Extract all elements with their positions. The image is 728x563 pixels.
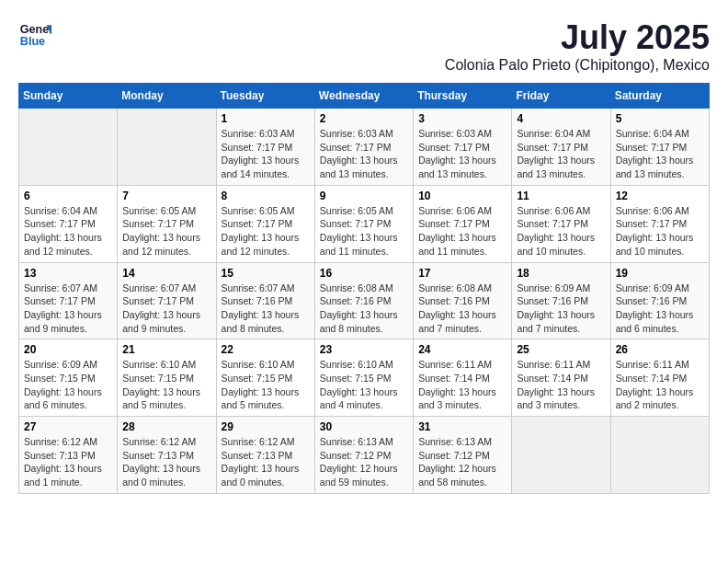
logo-icon: General Blue — [18, 18, 51, 52]
day-number: 22 — [222, 343, 310, 356]
day-detail: Sunrise: 6:03 AM Sunset: 7:17 PM Dayligh… — [320, 127, 408, 181]
day-detail: Sunrise: 6:06 AM Sunset: 7:17 PM Dayligh… — [616, 204, 704, 259]
calendar-cell — [610, 417, 709, 494]
day-number: 6 — [24, 190, 112, 202]
day-detail: Sunrise: 6:12 AM Sunset: 7:13 PM Dayligh… — [24, 435, 112, 489]
calendar-cell: 5Sunrise: 6:04 AM Sunset: 7:17 PM Daylig… — [610, 109, 709, 186]
day-header-sunday: Sunday — [19, 84, 118, 109]
day-detail: Sunrise: 6:06 AM Sunset: 7:17 PM Dayligh… — [418, 204, 506, 259]
calendar-cell: 3Sunrise: 6:03 AM Sunset: 7:17 PM Daylig… — [414, 109, 512, 186]
day-number: 26 — [616, 343, 704, 356]
day-detail: Sunrise: 6:07 AM Sunset: 7:16 PM Dayligh… — [222, 282, 310, 336]
day-header-saturday: Saturday — [610, 84, 709, 109]
calendar-cell: 26Sunrise: 6:11 AM Sunset: 7:14 PM Dayli… — [610, 339, 709, 417]
day-number: 29 — [222, 420, 310, 433]
calendar-cell: 21Sunrise: 6:10 AM Sunset: 7:15 PM Dayli… — [118, 339, 216, 417]
calendar-cell: 14Sunrise: 6:07 AM Sunset: 7:17 PM Dayli… — [118, 262, 216, 339]
page-subtitle: Colonia Palo Prieto (Chipitongo), Mexico — [445, 57, 710, 74]
day-number: 23 — [320, 343, 408, 356]
calendar-week-4: 20Sunrise: 6:09 AM Sunset: 7:15 PM Dayli… — [19, 339, 710, 417]
day-number: 20 — [24, 343, 112, 356]
day-header-thursday: Thursday — [414, 84, 512, 109]
calendar-cell: 1Sunrise: 6:03 AM Sunset: 7:17 PM Daylig… — [216, 109, 314, 186]
calendar-cell: 23Sunrise: 6:10 AM Sunset: 7:15 PM Dayli… — [314, 339, 413, 417]
day-header-wednesday: Wednesday — [314, 84, 413, 109]
calendar-cell: 12Sunrise: 6:06 AM Sunset: 7:17 PM Dayli… — [610, 185, 709, 262]
calendar-cell: 22Sunrise: 6:10 AM Sunset: 7:15 PM Dayli… — [216, 339, 314, 417]
day-detail: Sunrise: 6:08 AM Sunset: 7:16 PM Dayligh… — [320, 282, 408, 336]
calendar-body: 1Sunrise: 6:03 AM Sunset: 7:17 PM Daylig… — [19, 109, 710, 494]
calendar-cell: 19Sunrise: 6:09 AM Sunset: 7:16 PM Dayli… — [610, 262, 709, 339]
day-detail: Sunrise: 6:06 AM Sunset: 7:17 PM Dayligh… — [517, 204, 605, 259]
calendar-cell — [118, 109, 216, 186]
day-detail: Sunrise: 6:12 AM Sunset: 7:13 PM Dayligh… — [122, 435, 210, 489]
day-detail: Sunrise: 6:08 AM Sunset: 7:16 PM Dayligh… — [418, 282, 506, 336]
day-number: 25 — [517, 343, 605, 356]
day-header-monday: Monday — [118, 84, 216, 109]
day-number: 17 — [418, 267, 506, 280]
day-detail: Sunrise: 6:11 AM Sunset: 7:14 PM Dayligh… — [418, 358, 506, 412]
calendar-cell: 17Sunrise: 6:08 AM Sunset: 7:16 PM Dayli… — [414, 262, 512, 339]
day-detail: Sunrise: 6:05 AM Sunset: 7:17 PM Dayligh… — [122, 204, 210, 259]
calendar-week-2: 6Sunrise: 6:04 AM Sunset: 7:17 PM Daylig… — [19, 185, 710, 262]
calendar-cell: 4Sunrise: 6:04 AM Sunset: 7:17 PM Daylig… — [512, 109, 610, 186]
day-number: 7 — [122, 190, 210, 202]
calendar-cell: 9Sunrise: 6:05 AM Sunset: 7:17 PM Daylig… — [314, 185, 413, 262]
day-detail: Sunrise: 6:07 AM Sunset: 7:17 PM Dayligh… — [122, 282, 210, 336]
day-detail: Sunrise: 6:05 AM Sunset: 7:17 PM Dayligh… — [222, 204, 310, 259]
day-detail: Sunrise: 6:12 AM Sunset: 7:13 PM Dayligh… — [222, 435, 310, 489]
calendar-cell: 29Sunrise: 6:12 AM Sunset: 7:13 PM Dayli… — [216, 417, 314, 494]
day-detail: Sunrise: 6:10 AM Sunset: 7:15 PM Dayligh… — [320, 358, 408, 412]
day-detail: Sunrise: 6:04 AM Sunset: 7:17 PM Dayligh… — [616, 127, 704, 181]
calendar-cell: 7Sunrise: 6:05 AM Sunset: 7:17 PM Daylig… — [118, 185, 216, 262]
day-number: 16 — [320, 267, 408, 280]
calendar-header: SundayMondayTuesdayWednesdayThursdayFrid… — [19, 84, 710, 109]
day-number: 8 — [222, 190, 310, 202]
calendar-cell: 8Sunrise: 6:05 AM Sunset: 7:17 PM Daylig… — [216, 185, 314, 262]
day-detail: Sunrise: 6:09 AM Sunset: 7:16 PM Dayligh… — [517, 282, 605, 336]
calendar-cell: 25Sunrise: 6:11 AM Sunset: 7:14 PM Dayli… — [512, 339, 610, 417]
calendar-cell: 15Sunrise: 6:07 AM Sunset: 7:16 PM Dayli… — [216, 262, 314, 339]
day-number: 14 — [122, 267, 210, 280]
title-area: July 2025 Colonia Palo Prieto (Chipitong… — [445, 18, 710, 74]
day-detail: Sunrise: 6:04 AM Sunset: 7:17 PM Dayligh… — [24, 204, 112, 259]
calendar-cell: 13Sunrise: 6:07 AM Sunset: 7:17 PM Dayli… — [19, 262, 118, 339]
day-number: 10 — [418, 190, 506, 202]
calendar-cell: 10Sunrise: 6:06 AM Sunset: 7:17 PM Dayli… — [414, 185, 512, 262]
day-number: 13 — [24, 267, 112, 280]
calendar-week-3: 13Sunrise: 6:07 AM Sunset: 7:17 PM Dayli… — [19, 262, 710, 339]
day-number: 2 — [320, 112, 408, 125]
calendar-cell: 16Sunrise: 6:08 AM Sunset: 7:16 PM Dayli… — [314, 262, 413, 339]
day-detail: Sunrise: 6:09 AM Sunset: 7:16 PM Dayligh… — [616, 282, 704, 336]
day-number: 4 — [517, 112, 605, 125]
day-detail: Sunrise: 6:04 AM Sunset: 7:17 PM Dayligh… — [517, 127, 605, 181]
day-number: 12 — [616, 190, 704, 202]
calendar-cell — [19, 109, 118, 186]
day-header-friday: Friday — [512, 84, 610, 109]
day-detail: Sunrise: 6:03 AM Sunset: 7:17 PM Dayligh… — [418, 127, 506, 181]
day-number: 11 — [517, 190, 605, 202]
day-number: 19 — [616, 267, 704, 280]
day-number: 15 — [222, 267, 310, 280]
calendar-week-1: 1Sunrise: 6:03 AM Sunset: 7:17 PM Daylig… — [19, 109, 710, 186]
day-number: 18 — [517, 267, 605, 280]
day-header-tuesday: Tuesday — [216, 84, 314, 109]
svg-text:Blue: Blue — [20, 35, 45, 48]
day-detail: Sunrise: 6:10 AM Sunset: 7:15 PM Dayligh… — [222, 358, 310, 412]
calendar-week-5: 27Sunrise: 6:12 AM Sunset: 7:13 PM Dayli… — [19, 417, 710, 494]
calendar-table: SundayMondayTuesdayWednesdayThursdayFrid… — [18, 83, 710, 494]
calendar-cell: 20Sunrise: 6:09 AM Sunset: 7:15 PM Dayli… — [19, 339, 118, 417]
day-detail: Sunrise: 6:13 AM Sunset: 7:12 PM Dayligh… — [418, 435, 506, 489]
calendar-cell: 27Sunrise: 6:12 AM Sunset: 7:13 PM Dayli… — [19, 417, 118, 494]
day-number: 30 — [320, 420, 408, 433]
day-number: 31 — [418, 420, 506, 433]
day-detail: Sunrise: 6:13 AM Sunset: 7:12 PM Dayligh… — [320, 435, 408, 489]
calendar-cell: 31Sunrise: 6:13 AM Sunset: 7:12 PM Dayli… — [414, 417, 512, 494]
day-detail: Sunrise: 6:03 AM Sunset: 7:17 PM Dayligh… — [222, 127, 310, 181]
calendar-cell: 28Sunrise: 6:12 AM Sunset: 7:13 PM Dayli… — [118, 417, 216, 494]
day-number: 21 — [122, 343, 210, 356]
calendar-cell: 11Sunrise: 6:06 AM Sunset: 7:17 PM Dayli… — [512, 185, 610, 262]
day-number: 3 — [418, 112, 506, 125]
calendar-cell: 18Sunrise: 6:09 AM Sunset: 7:16 PM Dayli… — [512, 262, 610, 339]
day-number: 9 — [320, 190, 408, 202]
